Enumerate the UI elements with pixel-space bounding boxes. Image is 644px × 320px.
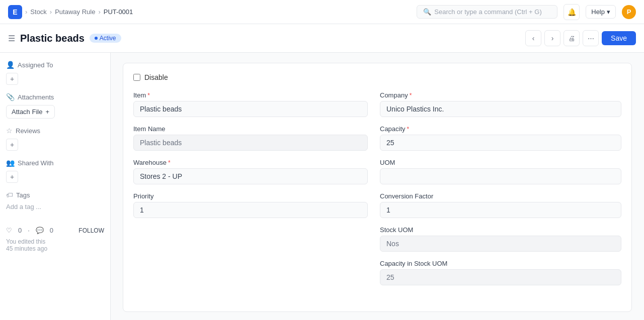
status-dot bbox=[95, 37, 98, 40]
help-button[interactable]: Help ▾ bbox=[586, 5, 616, 19]
conversion-factor-input[interactable] bbox=[380, 202, 621, 218]
disable-row: Disable bbox=[133, 73, 621, 81]
plus-icon: + bbox=[45, 108, 49, 116]
follow-button[interactable]: FOLLOW bbox=[78, 227, 104, 234]
company-required: * bbox=[410, 92, 412, 99]
attachment-icon: 📎 bbox=[6, 93, 15, 101]
header-right: ‹ › 🖨 ⋯ Save bbox=[525, 30, 636, 46]
attachments-title: 📎 Attachments bbox=[6, 93, 104, 101]
attach-file-button[interactable]: Attach File + bbox=[6, 105, 55, 119]
add-assigned-button[interactable]: + bbox=[6, 73, 18, 85]
topbar: E › Stock › Putaway Rule › PUT-0001 🔍 Se… bbox=[0, 0, 644, 24]
assigned-to-section: 👤 Assigned To + bbox=[6, 61, 104, 85]
reviews-section: ☆ Reviews + bbox=[6, 127, 104, 151]
warehouse-label: Warehouse * bbox=[133, 159, 368, 166]
stock-uom-label: Stock UOM bbox=[380, 226, 621, 234]
conversion-factor-label: Conversion Factor bbox=[380, 192, 621, 200]
stock-uom-input bbox=[380, 236, 621, 252]
status-label: Active bbox=[100, 35, 116, 42]
more-button[interactable]: ⋯ bbox=[583, 30, 599, 46]
page-header: ☰ Plastic beads Active ‹ › 🖨 ⋯ Save bbox=[0, 24, 644, 53]
sep3: › bbox=[98, 8, 100, 16]
print-button[interactable]: 🖨 bbox=[564, 30, 580, 46]
search-placeholder: Search or type a command (Ctrl + G) bbox=[434, 8, 542, 16]
save-button[interactable]: Save bbox=[602, 31, 636, 45]
reviews-label: Reviews bbox=[16, 127, 40, 135]
breadcrumb-putaway[interactable]: Putaway Rule bbox=[55, 8, 95, 16]
stock-uom-group: Stock UOM bbox=[380, 226, 621, 252]
add-review-button[interactable]: + bbox=[6, 139, 18, 151]
sidebar-bottom: ♡ 0 · 💬 0 FOLLOW You edited this 45 minu… bbox=[6, 227, 104, 252]
status-badge: Active bbox=[90, 34, 121, 43]
prev-button[interactable]: ‹ bbox=[525, 30, 541, 46]
uom-input[interactable] bbox=[380, 168, 621, 184]
main-content: Disable Item * Item Name bbox=[111, 53, 644, 320]
assigned-to-title: 👤 Assigned To bbox=[6, 61, 104, 69]
add-tag-label[interactable]: Add a tag ... bbox=[6, 203, 104, 210]
person-icon: 👤 bbox=[6, 61, 15, 69]
right-column: Company * Capacity * UOM bbox=[380, 91, 621, 293]
page-title: Plastic beads bbox=[20, 33, 85, 44]
warehouse-group: Warehouse * bbox=[133, 159, 368, 184]
form-card: Disable Item * Item Name bbox=[123, 63, 632, 312]
left-column: Item * Item Name Warehouse * bbox=[133, 91, 368, 293]
conversion-factor-group: Conversion Factor bbox=[380, 192, 621, 218]
capacity-group: Capacity * bbox=[380, 125, 621, 151]
chevron-down-icon: ▾ bbox=[607, 8, 610, 16]
attach-file-label: Attach File bbox=[12, 108, 42, 116]
breadcrumb: E › Stock › Putaway Rule › PUT-0001 bbox=[8, 5, 133, 19]
item-name-input bbox=[133, 135, 368, 151]
capacity-input[interactable] bbox=[380, 135, 621, 151]
edit-line1: You edited this bbox=[6, 238, 104, 245]
item-required: * bbox=[147, 92, 150, 99]
heart-icon: ♡ bbox=[6, 227, 12, 234]
item-input[interactable] bbox=[133, 101, 368, 117]
header-left: ☰ Plastic beads Active bbox=[8, 33, 121, 44]
shared-with-title: 👥 Shared With bbox=[6, 159, 104, 167]
main-form-row: Item * Item Name Warehouse * bbox=[133, 91, 621, 293]
priority-label: Priority bbox=[133, 192, 368, 200]
item-name-label: Item Name bbox=[133, 125, 368, 133]
search-icon: 🔍 bbox=[423, 8, 431, 16]
notifications-button[interactable]: 🔔 bbox=[564, 4, 580, 20]
share-icon: 👥 bbox=[6, 159, 15, 167]
company-group: Company * bbox=[380, 91, 621, 117]
avatar[interactable]: P bbox=[622, 5, 636, 19]
tags-title: 🏷 Tags bbox=[6, 191, 104, 199]
uom-label: UOM bbox=[380, 159, 621, 166]
sidebar: 👤 Assigned To + 📎 Attachments Attach Fil… bbox=[0, 53, 111, 320]
capacity-label: Capacity * bbox=[380, 125, 621, 133]
breadcrumb-stock[interactable]: Stock bbox=[30, 8, 47, 16]
next-button[interactable]: › bbox=[544, 30, 560, 46]
company-input[interactable] bbox=[380, 101, 621, 117]
tags-label: Tags bbox=[16, 191, 30, 199]
capacity-stock-uom-group: Capacity in Stock UOM bbox=[380, 260, 621, 285]
item-label: Item * bbox=[133, 91, 368, 99]
edit-line2: 45 minutes ago bbox=[6, 245, 104, 252]
item-name-group: Item Name bbox=[133, 125, 368, 151]
attachments-section: 📎 Attachments Attach File + bbox=[6, 93, 104, 119]
add-shared-button[interactable]: + bbox=[6, 171, 18, 183]
reviews-title: ☆ Reviews bbox=[6, 127, 104, 135]
body-layout: 👤 Assigned To + 📎 Attachments Attach Fil… bbox=[0, 53, 644, 320]
app-icon[interactable]: E bbox=[8, 5, 22, 19]
topbar-right: 🔍 Search or type a command (Ctrl + G) 🔔 … bbox=[417, 4, 636, 20]
priority-input[interactable] bbox=[133, 202, 368, 218]
shared-with-label: Shared With bbox=[18, 159, 54, 167]
warehouse-required: * bbox=[168, 159, 171, 166]
menu-icon[interactable]: ☰ bbox=[8, 34, 15, 43]
attachments-label: Attachments bbox=[18, 93, 54, 101]
search-box[interactable]: 🔍 Search or type a command (Ctrl + G) bbox=[417, 5, 557, 19]
warehouse-input[interactable] bbox=[133, 168, 368, 184]
shared-with-section: 👥 Shared With + bbox=[6, 159, 104, 183]
tag-icon: 🏷 bbox=[6, 191, 13, 199]
tags-section: 🏷 Tags Add a tag ... bbox=[6, 191, 104, 210]
disable-label: Disable bbox=[144, 73, 168, 81]
likes-row: ♡ 0 · 💬 0 FOLLOW bbox=[6, 227, 104, 234]
assigned-to-label: Assigned To bbox=[18, 61, 53, 69]
capacity-stock-uom-input bbox=[380, 269, 621, 285]
sep1: › bbox=[25, 8, 27, 16]
comments-count: 0 bbox=[50, 227, 53, 234]
company-label: Company * bbox=[380, 91, 621, 99]
disable-checkbox[interactable] bbox=[133, 74, 140, 81]
